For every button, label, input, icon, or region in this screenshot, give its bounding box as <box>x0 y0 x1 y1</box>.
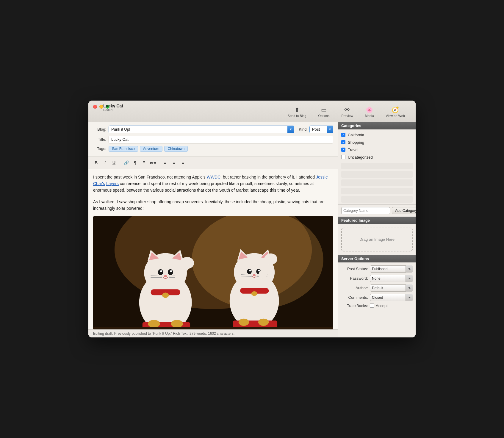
password-select-wrap: None ▼ <box>370 275 413 282</box>
left-panel: Blog: Punk it Up! ▼ Kind: Post <box>88 122 338 338</box>
svg-point-34 <box>253 274 256 276</box>
options-button[interactable]: ▭ Options <box>312 105 336 121</box>
preformatted-button[interactable]: pre <box>149 159 157 167</box>
tag-chip-sf[interactable]: San Francisco <box>109 146 138 152</box>
preview-button[interactable]: 👁 Preview <box>335 105 359 121</box>
editor-paragraph-1: I spent the past week in San Francisco, … <box>93 174 333 194</box>
categories-header: Categories <box>338 122 416 129</box>
drag-image-text: Drag an Image Here <box>359 237 395 242</box>
svg-point-19 <box>162 293 169 298</box>
category-label-california: California <box>348 133 364 137</box>
align-center-button[interactable]: ≡ <box>170 159 178 167</box>
toolbar-separator-1 <box>120 160 120 166</box>
preview-icon: 👁 <box>344 107 350 113</box>
window-title: Lucky Cat Edited <box>103 104 123 112</box>
tags-container: San Francisco Adventure Chinatown <box>109 146 188 152</box>
category-checkbox-uncategorized[interactable] <box>341 155 345 159</box>
author-row: Author: Default ▼ <box>341 284 413 292</box>
category-item-california: California <box>341 132 413 138</box>
link-button[interactable]: 🔗 <box>122 159 130 167</box>
tags-label: Tags: <box>93 146 106 151</box>
view-on-web-button[interactable]: 🧭 View on Web <box>380 105 411 121</box>
category-item-uncategorized: Uncategorized <box>341 154 413 160</box>
comments-select[interactable]: Closed Open <box>370 294 413 301</box>
send-to-blog-label: Send to Blog <box>288 114 306 118</box>
wwdc-link[interactable]: WWDC <box>207 175 221 179</box>
svg-rect-45 <box>93 327 333 330</box>
tags-row: Tags: San Francisco Adventure Chinatown <box>93 146 333 152</box>
category-checkbox-travel[interactable] <box>341 148 345 152</box>
svg-point-13 <box>164 275 167 277</box>
title-row: Title: <box>93 136 333 143</box>
categories-list: California Shopping Travel Uncategorized <box>338 129 416 163</box>
password-select[interactable]: None <box>370 275 413 282</box>
toolbar-actions: ⬆ Send to Blog ▭ Options 👁 Preview 🌸 Med… <box>282 105 411 121</box>
app-window: Lucky Cat Edited ⬆ Send to Blog ▭ Option… <box>88 101 416 338</box>
svg-point-12 <box>170 270 172 273</box>
empty-row-3 <box>341 179 413 186</box>
align-left-button[interactable]: ≡ <box>161 159 169 167</box>
media-button[interactable]: 🌸 Media <box>359 105 380 121</box>
author-select[interactable]: Default <box>370 284 413 292</box>
kind-select[interactable]: Post <box>309 126 333 133</box>
blog-select[interactable]: Punk it Up! <box>109 126 294 133</box>
close-button[interactable] <box>93 105 97 109</box>
bold-button[interactable]: B <box>92 159 100 167</box>
lucky-cat-image <box>93 216 333 329</box>
featured-image-area: Drag an Image Here <box>338 224 416 255</box>
media-icon: 🌸 <box>366 107 373 113</box>
svg-point-44 <box>258 319 269 326</box>
server-options-header: Server Options <box>338 255 416 262</box>
paragraph-button[interactable]: ¶ <box>131 159 139 167</box>
main-layout: Blog: Punk it Up! ▼ Kind: Post <box>88 122 416 338</box>
empty-category-rows <box>338 163 416 204</box>
trackbacks-accept-text: Accept <box>376 304 388 308</box>
drag-image-box[interactable]: Drag an Image Here <box>341 228 413 251</box>
comments-select-wrap: Closed Open ▼ <box>370 294 413 301</box>
status-text: Editing draft. Previously published to “… <box>93 331 234 336</box>
category-label-shopping: Shopping <box>348 140 364 145</box>
blockquote-button[interactable]: " <box>140 159 148 167</box>
blog-label: Blog: <box>93 127 106 132</box>
window-title-name: Lucky Cat <box>103 104 123 108</box>
italic-button[interactable]: I <box>101 159 109 167</box>
category-label-uncategorized: Uncategorized <box>348 155 373 159</box>
svg-point-9 <box>158 269 163 275</box>
minimize-button[interactable] <box>99 105 103 109</box>
status-bar: Editing draft. Previously published to “… <box>88 329 338 337</box>
empty-row-2 <box>341 171 413 178</box>
editor-toolbar: B I U 🔗 ¶ " pre ≡ ≡ ≡ <box>88 157 338 169</box>
kind-wrap: Kind: Post ▼ <box>299 126 333 133</box>
category-item-travel: Travel <box>341 147 413 153</box>
add-category-button[interactable]: Add Category <box>392 207 416 214</box>
form-area: Blog: Punk it Up! ▼ Kind: Post <box>88 122 338 157</box>
password-row: Password: None ▼ <box>341 275 413 282</box>
right-panel: Categories California Shopping Travel Un… <box>338 122 416 338</box>
align-right-button[interactable]: ≡ <box>179 159 187 167</box>
category-checkbox-shopping[interactable] <box>341 140 345 144</box>
title-input[interactable] <box>109 136 333 143</box>
send-to-blog-button[interactable]: ⬆ Send to Blog <box>282 105 312 121</box>
svg-point-43 <box>239 319 249 326</box>
tag-chip-adventure[interactable]: Adventure <box>140 146 163 152</box>
window-title-subtitle: Edited <box>103 108 123 112</box>
layers-link[interactable]: Layers <box>106 181 119 186</box>
trackbacks-checkbox[interactable] <box>370 304 374 308</box>
category-name-input[interactable] <box>341 207 390 214</box>
underline-button[interactable]: U <box>110 159 118 167</box>
category-checkbox-california[interactable] <box>341 133 345 137</box>
options-icon: ▭ <box>321 107 327 113</box>
svg-point-33 <box>258 270 260 272</box>
trackbacks-label: TrackBacks: <box>341 304 368 308</box>
tag-chip-chinatown[interactable]: Chinatown <box>164 146 188 152</box>
post-status-select[interactable]: Published Draft Pending Review <box>370 265 413 273</box>
view-on-web-icon: 🧭 <box>392 107 399 113</box>
blog-row: Blog: Punk it Up! ▼ Kind: Post <box>93 126 333 133</box>
editor-content[interactable]: I spent the past week in San Francisco, … <box>88 169 338 330</box>
media-label: Media <box>365 114 374 118</box>
send-to-blog-icon: ⬆ <box>295 107 300 113</box>
category-item-shopping: Shopping <box>341 139 413 146</box>
view-on-web-label: View on Web <box>386 114 405 118</box>
svg-point-32 <box>249 270 251 272</box>
preview-label: Preview <box>341 114 353 118</box>
